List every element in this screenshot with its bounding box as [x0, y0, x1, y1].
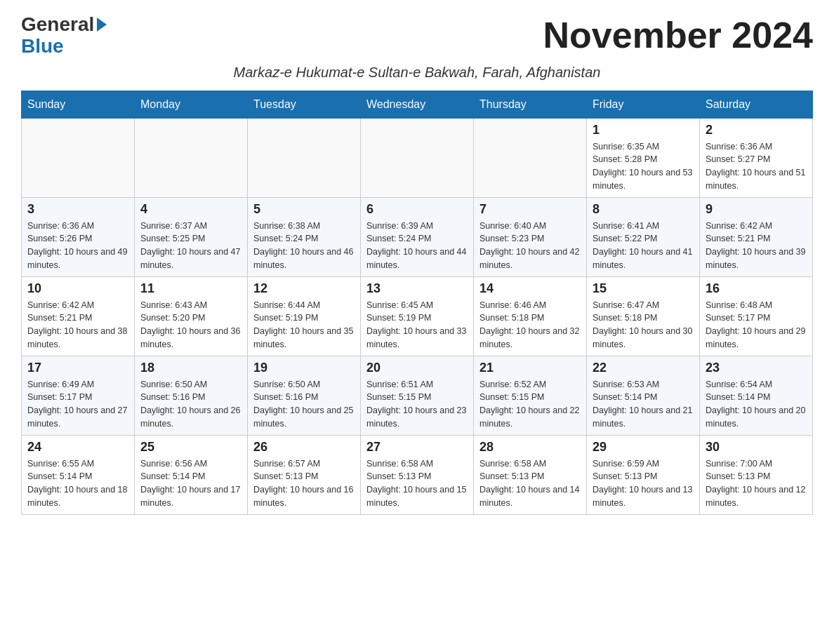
header: General Blue November 2024: [21, 14, 813, 58]
day-number: 20: [366, 361, 468, 375]
day-info: Sunrise: 6:43 AMSunset: 5:20 PMDaylight:…: [140, 299, 241, 351]
day-info: Sunrise: 6:38 AMSunset: 5:24 PMDaylight:…: [253, 220, 355, 272]
calendar-cell: [22, 118, 135, 197]
day-number: 1: [593, 123, 694, 137]
day-info: Sunrise: 6:50 AMSunset: 5:16 PMDaylight:…: [253, 378, 355, 431]
calendar-cell: 25Sunrise: 6:56 AMSunset: 5:14 PMDayligh…: [135, 435, 248, 514]
calendar-cell: 23Sunrise: 6:54 AMSunset: 5:14 PMDayligh…: [700, 356, 813, 435]
day-info: Sunrise: 6:46 AMSunset: 5:18 PMDaylight:…: [479, 299, 581, 351]
calendar-cell: 7Sunrise: 6:40 AMSunset: 5:23 PMDaylight…: [474, 197, 587, 276]
day-info: Sunrise: 6:57 AMSunset: 5:13 PMDaylight:…: [253, 457, 355, 510]
day-number: 30: [706, 440, 807, 455]
day-info: Sunrise: 6:36 AMSunset: 5:27 PMDaylight:…: [706, 140, 807, 193]
day-number: 16: [706, 281, 807, 296]
day-number: 17: [27, 361, 128, 375]
day-info: Sunrise: 6:48 AMSunset: 5:17 PMDaylight:…: [706, 299, 807, 351]
day-info: Sunrise: 6:58 AMSunset: 5:13 PMDaylight:…: [366, 457, 468, 510]
day-number: 12: [253, 281, 355, 296]
calendar-cell: 21Sunrise: 6:52 AMSunset: 5:15 PMDayligh…: [474, 356, 587, 435]
day-number: 23: [706, 361, 807, 375]
day-info: Sunrise: 6:39 AMSunset: 5:24 PMDaylight:…: [366, 220, 468, 272]
day-number: 6: [366, 202, 468, 217]
calendar-cell: 10Sunrise: 6:42 AMSunset: 5:21 PMDayligh…: [22, 276, 135, 356]
day-info: Sunrise: 6:58 AMSunset: 5:13 PMDaylight:…: [479, 457, 581, 510]
day-number: 28: [479, 440, 581, 455]
weekday-header-friday: Friday: [587, 90, 700, 118]
logo: General Blue: [21, 14, 107, 58]
calendar-cell: 28Sunrise: 6:58 AMSunset: 5:13 PMDayligh…: [474, 435, 587, 514]
calendar-cell: 29Sunrise: 6:59 AMSunset: 5:13 PMDayligh…: [587, 435, 700, 514]
calendar-cell: 2Sunrise: 6:36 AMSunset: 5:27 PMDaylight…: [700, 118, 813, 197]
day-number: 15: [593, 281, 694, 296]
calendar-cell: 5Sunrise: 6:38 AMSunset: 5:24 PMDaylight…: [248, 197, 361, 276]
day-info: Sunrise: 6:36 AMSunset: 5:26 PMDaylight:…: [27, 220, 128, 272]
day-info: Sunrise: 6:42 AMSunset: 5:21 PMDaylight:…: [706, 220, 807, 272]
day-number: 9: [706, 202, 807, 217]
calendar-cell: [361, 118, 474, 197]
weekday-header-saturday: Saturday: [700, 90, 813, 118]
weekday-header-tuesday: Tuesday: [248, 90, 361, 118]
calendar-cell: [135, 118, 248, 197]
calendar-table: SundayMondayTuesdayWednesdayThursdayFrid…: [21, 90, 813, 515]
day-number: 3: [27, 202, 128, 217]
day-info: Sunrise: 7:00 AMSunset: 5:13 PMDaylight:…: [706, 457, 807, 510]
day-info: Sunrise: 6:59 AMSunset: 5:13 PMDaylight:…: [593, 457, 694, 510]
day-info: Sunrise: 6:37 AMSunset: 5:25 PMDaylight:…: [140, 220, 241, 272]
calendar-cell: [474, 118, 587, 197]
day-info: Sunrise: 6:41 AMSunset: 5:22 PMDaylight:…: [593, 220, 694, 272]
day-info: Sunrise: 6:45 AMSunset: 5:19 PMDaylight:…: [366, 299, 468, 351]
day-number: 5: [253, 202, 355, 217]
calendar-cell: 20Sunrise: 6:51 AMSunset: 5:15 PMDayligh…: [361, 356, 474, 435]
calendar-cell: 15Sunrise: 6:47 AMSunset: 5:18 PMDayligh…: [587, 276, 700, 356]
day-info: Sunrise: 6:40 AMSunset: 5:23 PMDaylight:…: [479, 220, 581, 272]
location-subtitle: Markaz-e Hukumat-e Sultan-e Bakwah, Fara…: [21, 65, 813, 81]
day-info: Sunrise: 6:55 AMSunset: 5:14 PMDaylight:…: [27, 457, 128, 510]
day-info: Sunrise: 6:42 AMSunset: 5:21 PMDaylight:…: [27, 299, 128, 351]
day-info: Sunrise: 6:35 AMSunset: 5:28 PMDaylight:…: [593, 140, 694, 193]
day-info: Sunrise: 6:47 AMSunset: 5:18 PMDaylight:…: [593, 299, 694, 351]
day-info: Sunrise: 6:49 AMSunset: 5:17 PMDaylight:…: [27, 378, 128, 431]
day-number: 18: [140, 361, 241, 375]
calendar-cell: 27Sunrise: 6:58 AMSunset: 5:13 PMDayligh…: [361, 435, 474, 514]
day-number: 27: [366, 440, 468, 455]
day-number: 14: [479, 281, 581, 296]
logo-arrow-icon: [97, 18, 107, 32]
weekday-header-wednesday: Wednesday: [361, 90, 474, 118]
calendar-cell: 17Sunrise: 6:49 AMSunset: 5:17 PMDayligh…: [22, 356, 135, 435]
calendar-cell: 8Sunrise: 6:41 AMSunset: 5:22 PMDaylight…: [587, 197, 700, 276]
day-info: Sunrise: 6:56 AMSunset: 5:14 PMDaylight:…: [140, 457, 241, 510]
day-number: 26: [253, 440, 355, 455]
day-number: 19: [253, 361, 355, 375]
calendar-cell: 19Sunrise: 6:50 AMSunset: 5:16 PMDayligh…: [248, 356, 361, 435]
day-number: 4: [140, 202, 241, 217]
day-info: Sunrise: 6:52 AMSunset: 5:15 PMDaylight:…: [479, 378, 581, 431]
calendar-cell: 24Sunrise: 6:55 AMSunset: 5:14 PMDayligh…: [22, 435, 135, 514]
weekday-header-monday: Monday: [135, 90, 248, 118]
day-number: 2: [706, 123, 807, 137]
day-number: 24: [27, 440, 128, 455]
calendar-cell: 22Sunrise: 6:53 AMSunset: 5:14 PMDayligh…: [587, 356, 700, 435]
logo-blue-text: Blue: [21, 36, 64, 58]
day-number: 25: [140, 440, 241, 455]
logo-general-text: General: [21, 14, 94, 36]
weekday-header-sunday: Sunday: [22, 90, 135, 118]
day-number: 11: [140, 281, 241, 296]
calendar-cell: 12Sunrise: 6:44 AMSunset: 5:19 PMDayligh…: [248, 276, 361, 356]
calendar-cell: 4Sunrise: 6:37 AMSunset: 5:25 PMDaylight…: [135, 197, 248, 276]
day-info: Sunrise: 6:51 AMSunset: 5:15 PMDaylight:…: [366, 378, 468, 431]
day-number: 22: [593, 361, 694, 375]
calendar-cell: 13Sunrise: 6:45 AMSunset: 5:19 PMDayligh…: [361, 276, 474, 356]
calendar-cell: 3Sunrise: 6:36 AMSunset: 5:26 PMDaylight…: [22, 197, 135, 276]
day-number: 7: [479, 202, 581, 217]
month-title: November 2024: [543, 14, 813, 56]
day-info: Sunrise: 6:44 AMSunset: 5:19 PMDaylight:…: [253, 299, 355, 351]
calendar-cell: [248, 118, 361, 197]
calendar-cell: 16Sunrise: 6:48 AMSunset: 5:17 PMDayligh…: [700, 276, 813, 356]
calendar-cell: 1Sunrise: 6:35 AMSunset: 5:28 PMDaylight…: [587, 118, 700, 197]
day-number: 13: [366, 281, 468, 296]
day-info: Sunrise: 6:54 AMSunset: 5:14 PMDaylight:…: [706, 378, 807, 431]
day-number: 29: [593, 440, 694, 455]
day-number: 21: [479, 361, 581, 375]
calendar-cell: 26Sunrise: 6:57 AMSunset: 5:13 PMDayligh…: [248, 435, 361, 514]
calendar-cell: 6Sunrise: 6:39 AMSunset: 5:24 PMDaylight…: [361, 197, 474, 276]
